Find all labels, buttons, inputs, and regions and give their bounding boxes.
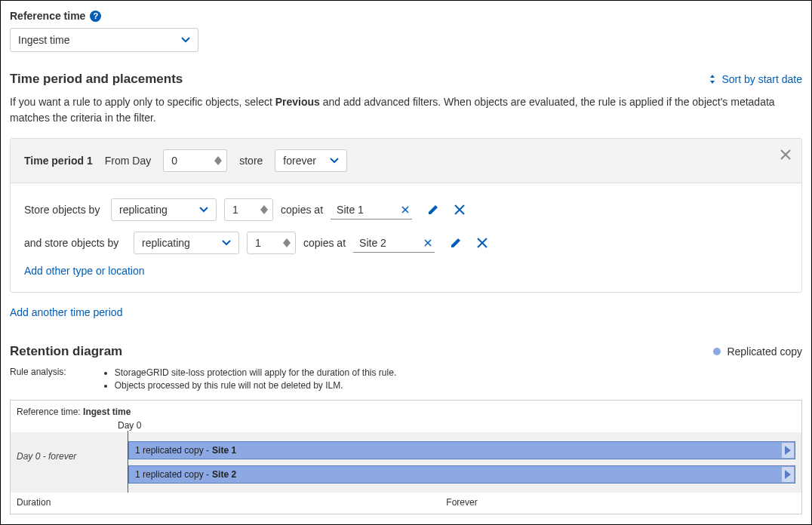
placement-row: Store objects by replicating 1 copies at… <box>24 198 788 221</box>
time-period-1: Time period 1 From Day 0 store forever S… <box>10 138 802 293</box>
method-select[interactable]: replicating <box>111 198 217 221</box>
edit-icon[interactable] <box>427 204 439 216</box>
stepper-icon[interactable] <box>214 156 222 165</box>
stepper-icon[interactable] <box>283 238 291 247</box>
reference-time-select[interactable]: Ingest time <box>10 28 198 52</box>
bar-arrow-icon <box>782 443 794 458</box>
placements-intro: If you want a rule to apply only to spec… <box>10 94 802 126</box>
duration-label: Duration <box>17 497 128 508</box>
store-label: store <box>239 155 263 167</box>
edit-icon[interactable] <box>450 237 462 249</box>
time-period-header: Time period 1 From Day 0 store forever <box>11 139 801 183</box>
clear-site-icon[interactable] <box>424 239 432 247</box>
placement-row: and store objects by replicating 1 copie… <box>24 232 788 254</box>
remove-period-icon[interactable] <box>780 149 791 160</box>
retention-bar: 1 replicated copy - Site 2 <box>128 465 795 484</box>
placements-heading: Time period and placements <box>10 72 183 87</box>
timeline: Day 0 - forever 1 replicated copy - Site… <box>11 432 801 493</box>
retention-bar: 1 replicated copy - Site 1 <box>128 441 795 459</box>
from-day-label: From Day <box>105 155 151 167</box>
chevron-down-icon <box>330 156 339 165</box>
day0-label: Day 0 <box>11 420 801 431</box>
copies-input[interactable]: 1 <box>224 198 273 221</box>
remove-placement-icon[interactable] <box>477 238 488 248</box>
diagram-reference-time: Reference time: Ingest time <box>11 401 801 420</box>
duration-select[interactable]: forever <box>275 149 347 172</box>
rule-analysis-item: StorageGRID site-loss protection will ap… <box>115 367 397 379</box>
retention-heading: Retention diagram <box>10 344 122 359</box>
legend-replicated: Replicated copy <box>713 345 802 358</box>
retention-header: Retention diagram Replicated copy <box>10 344 802 359</box>
clear-site-icon[interactable] <box>401 206 409 213</box>
copies-label: copies at <box>303 237 346 249</box>
stepper-icon[interactable] <box>260 205 268 214</box>
legend-dot-icon <box>713 348 721 355</box>
retention-diagram: Reference time: Ingest time Day 0 Day 0 … <box>10 400 802 514</box>
rule-analysis-label: Rule analysis: <box>10 367 66 377</box>
placement-lead: and store objects by <box>24 237 126 249</box>
method-select[interactable]: replicating <box>134 232 239 254</box>
site-select[interactable]: Site 2 <box>353 234 435 253</box>
remove-placement-icon[interactable] <box>454 204 465 215</box>
period-band: Day 0 - forever 1 replicated copy - Site… <box>11 432 801 493</box>
time-period-body: Store objects by replicating 1 copies at… <box>11 183 801 292</box>
reference-time-value: Ingest time <box>18 34 69 46</box>
rule-analysis: Rule analysis: StorageGRID site-loss pro… <box>10 367 802 392</box>
copies-input[interactable]: 1 <box>247 232 296 254</box>
placements-header: Time period and placements Sort by start… <box>10 72 802 87</box>
chevron-down-icon <box>199 205 208 214</box>
rule-analysis-item: Objects processed by this rule will not … <box>115 379 397 392</box>
reference-time-label: Reference time <box>10 10 85 22</box>
chevron-down-icon <box>181 35 190 45</box>
help-icon[interactable]: ? <box>90 11 101 22</box>
sort-by-start-date[interactable]: Sort by start date <box>708 73 802 85</box>
copies-label: copies at <box>281 204 323 216</box>
placement-lead: Store objects by <box>24 204 103 216</box>
rule-analysis-list: StorageGRID site-loss protection will ap… <box>115 367 397 392</box>
bar-arrow-icon <box>782 467 794 482</box>
from-day-input[interactable]: 0 <box>163 149 227 172</box>
site-select[interactable]: Site 1 <box>331 201 412 220</box>
duration-row: Duration Forever <box>11 493 801 514</box>
add-location-link[interactable]: Add other type or location <box>24 265 788 277</box>
time-period-title: Time period 1 <box>24 155 93 167</box>
duration-value: Forever <box>128 497 795 508</box>
reference-time-section: Reference time ? Ingest time <box>10 10 802 52</box>
bars-column: 1 replicated copy - Site 1 1 replicated … <box>128 432 801 493</box>
add-time-period-link[interactable]: Add another time period <box>10 306 802 318</box>
sort-icon <box>708 75 717 84</box>
chevron-down-icon <box>222 238 231 247</box>
period-label: Day 0 - forever <box>11 432 128 493</box>
